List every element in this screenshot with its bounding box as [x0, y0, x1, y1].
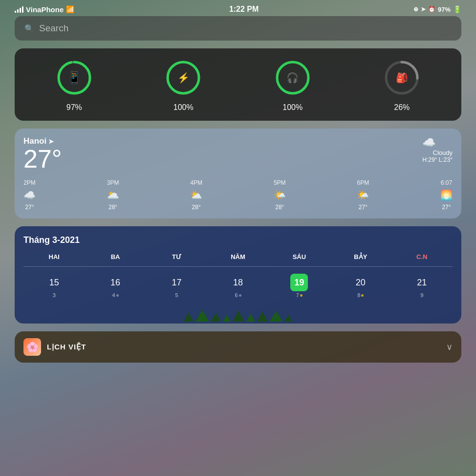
airpods2-icon: 🎧: [286, 72, 299, 84]
weather-temp-2: 28°: [108, 204, 117, 211]
lichviet-label: LỊCH VIỆT: [47, 343, 86, 351]
cal-header-mon: HAI: [23, 251, 85, 262]
status-bar: VinaPhone 📶 1:22 PM ⊕ ➤ ⏰ 97% 🔋: [0, 0, 476, 16]
weather-hourly: 2PM ☁️ 27° 3PM 🌥️ 28° 4PM ⛅ 28° 5PM 🌤️ 2…: [23, 179, 453, 211]
carrier-name: VinaPhone: [26, 5, 64, 14]
cal-day-16: 16 4: [85, 272, 146, 300]
lichviet-icon: 🌸: [23, 338, 41, 356]
search-placeholder: Search: [39, 23, 68, 34]
cal-lunar-20: 8: [357, 292, 364, 298]
cal-dot-20: [361, 294, 364, 297]
cal-lunar-17: 5: [175, 292, 178, 298]
lichviet-widget[interactable]: 🌸 LỊCH VIỆT ∨: [15, 331, 461, 363]
weather-hour-3: 4PM ⛅ 28°: [190, 179, 202, 211]
cal-lunar-21: 9: [420, 292, 423, 298]
weather-hour-4: 5PM 🌤️ 28°: [274, 179, 286, 211]
search-bar[interactable]: 🔍 Search: [15, 16, 461, 41]
cal-date-19: 19: [290, 274, 308, 291]
wifi-icon: 📶: [66, 5, 74, 13]
calendar-header: HAI BA TƯ NĂM SÁU BẢY C.N: [23, 251, 453, 262]
weather-icon-6: 🌅: [440, 189, 453, 201]
cal-date-20: 20: [352, 274, 369, 291]
calendar-widget: Tháng 3-2021 HAI BA TƯ NĂM SÁU BẢY C.N 1…: [15, 226, 461, 324]
weather-hour-1: 2PM ☁️ 27°: [23, 179, 36, 211]
airpods1-percent: 100%: [173, 103, 194, 112]
weather-hour-5: 6PM 🌤️ 27°: [357, 179, 369, 211]
weather-widget: Hanoi ➤ 27° ☁️ Cloudy H:29° L:23° 2PM: [15, 129, 461, 218]
weather-temp-5: 27°: [359, 204, 368, 211]
weather-icon-5: 🌤️: [357, 189, 369, 201]
weather-icon-4: 🌤️: [274, 189, 286, 201]
airpods2-percent: 100%: [282, 103, 303, 112]
lichviet-left: 🌸 LỊCH VIỆT: [23, 338, 86, 356]
status-time: 1:22 PM: [229, 5, 259, 14]
weather-time-2: 3PM: [107, 179, 119, 186]
search-icon: 🔍: [24, 24, 34, 33]
airpods1-icon: ⚡: [177, 72, 190, 84]
battery-ring-case: 🎒: [382, 58, 421, 97]
weather-temp-6: 27°: [442, 204, 451, 211]
weather-right: ☁️ Cloudy H:29° L:23°: [422, 136, 453, 163]
case-icon: 🎒: [396, 72, 408, 84]
cal-header-wed: TƯ: [146, 251, 207, 262]
cal-day-20: 20 8: [330, 272, 391, 300]
weather-temp: 27°: [23, 146, 62, 172]
iphone-icon: 📱: [67, 71, 82, 85]
status-right: ⊕ ➤ ⏰ 97% 🔋: [413, 5, 461, 13]
weather-time-4: 5PM: [274, 179, 286, 186]
main-content: 🔍 Search 📱 97% ⚡ 100%: [0, 16, 476, 363]
weather-condition: Cloudy: [422, 149, 453, 156]
status-left: VinaPhone 📶: [15, 5, 74, 14]
cal-dot-16: [116, 294, 119, 297]
weather-icon-2: 🌥️: [107, 189, 119, 201]
cal-date-18: 18: [229, 274, 247, 291]
weather-hour-2: 3PM 🌥️ 28°: [107, 179, 119, 211]
cal-dot-19: [300, 294, 303, 297]
arrow-icon: ➤: [421, 6, 426, 13]
battery-widget: 📱 97% ⚡ 100% 🎧 100%: [15, 48, 461, 121]
case-percent: 26%: [394, 103, 410, 112]
weather-top: Hanoi ➤ 27° ☁️ Cloudy H:29° L:23°: [23, 136, 453, 173]
battery-ring-airpods1: ⚡: [164, 58, 203, 97]
calendar-divider: [23, 266, 453, 267]
cal-lunar-19: 7: [296, 292, 303, 298]
weather-temp-1: 27°: [25, 204, 34, 211]
cal-date-16: 16: [107, 274, 124, 291]
cal-day-21: 21 9: [391, 272, 453, 300]
cal-lunar-18: 6: [235, 292, 241, 298]
cal-day-18: 18 6: [207, 272, 268, 300]
location-icon: ⊕: [413, 6, 418, 13]
signal-icon: [15, 6, 23, 13]
battery-ring-airpods2: 🎧: [273, 58, 312, 97]
battery-item-airpods2: 🎧 100%: [273, 58, 312, 112]
weather-cloud-icon: ☁️: [422, 136, 435, 149]
iphone-percent: 97%: [66, 103, 82, 112]
cal-date-17: 17: [168, 274, 186, 291]
cal-day-19: 19 7: [269, 272, 330, 300]
alarm-icon: ⏰: [428, 6, 435, 13]
battery-text: 97%: [438, 6, 451, 13]
weather-time-5: 6PM: [357, 179, 369, 186]
cal-header-sat: BẢY: [330, 251, 391, 262]
location-arrow-icon: ➤: [48, 138, 54, 145]
battery-icon: 🔋: [453, 5, 461, 13]
weather-icon-1: ☁️: [23, 189, 36, 201]
cal-day-17: 17 5: [146, 272, 207, 300]
cal-header-tue: BA: [85, 251, 146, 262]
weather-time-6: 6:07: [441, 179, 452, 186]
cal-header-fri: SÁU: [269, 251, 330, 262]
battery-item-airpods1: ⚡ 100%: [164, 58, 203, 112]
weather-hl: H:29° L:23°: [422, 156, 453, 163]
weather-hour-6: 6:07 🌅 27°: [440, 179, 453, 211]
battery-item-case: 🎒 26%: [382, 58, 421, 112]
cal-header-thu: NĂM: [207, 251, 268, 262]
cal-header-sun: C.N: [391, 251, 453, 262]
calendar-row: 15 3 16 4 17 5 18 6: [23, 272, 453, 300]
cal-date-21: 21: [413, 274, 431, 291]
cal-lunar-16: 4: [112, 292, 119, 298]
weather-time-1: 2PM: [23, 179, 36, 186]
weather-temp-3: 28°: [192, 204, 201, 211]
weather-temp-4: 28°: [275, 204, 284, 211]
battery-item-iphone: 📱 97%: [55, 58, 94, 112]
battery-ring-iphone: 📱: [55, 58, 94, 97]
